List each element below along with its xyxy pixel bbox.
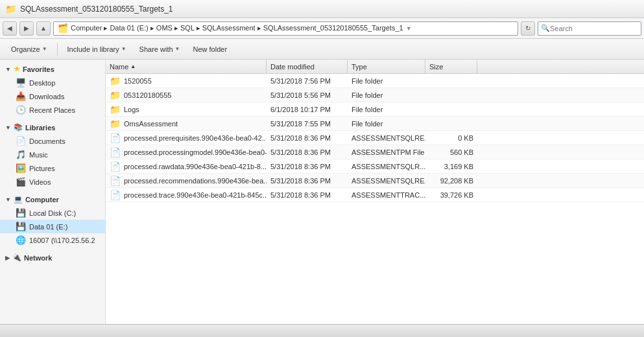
sidebar-libraries-header[interactable]: ▼ 📚 Libraries: [0, 121, 105, 134]
cell-date: 5/31/2018 7:56 PM: [267, 77, 348, 85]
document-icon: 📄: [110, 133, 121, 143]
back-button[interactable]: ◀: [3, 21, 17, 36]
address-bar: ◀ ▶ ▲ 🗂️ Computer ▸ Data 01 (E:) ▸ OMS ▸…: [0, 18, 644, 39]
cell-size: 3,169 KB: [425, 163, 477, 170]
cell-size: 560 KB: [425, 148, 477, 156]
cell-type: File folder: [348, 91, 425, 99]
sidebar-item-desktop[interactable]: 🖥️ Desktop: [0, 76, 105, 89]
col-header-type[interactable]: Type: [348, 60, 425, 73]
table-row[interactable]: 📄 processed.recommendations.990e436e-bea…: [106, 174, 644, 188]
file-list-header: Name ▲ Date modified Type Size: [106, 60, 644, 74]
sidebar-item-music[interactable]: 🎵 Music: [0, 148, 105, 161]
table-row[interactable]: 📁 053120180555 5/31/2018 5:56 PM File fo…: [106, 88, 644, 102]
cell-name: 📄 processed.processingmodel.990e436e-bea…: [106, 147, 267, 157]
cell-date: 5/31/2018 8:36 PM: [267, 134, 348, 142]
network-share-icon: 🌐: [16, 235, 26, 245]
main-layout: ▼ ★ Favorites 🖥️ Desktop 📥 Downloads 🕒 R…: [0, 60, 644, 324]
computer-icon: 💻: [14, 195, 23, 203]
sidebar-favorites-header[interactable]: ▼ ★ Favorites: [0, 62, 105, 76]
include-library-dropdown-arrow: ▼: [121, 46, 126, 52]
sidebar-item-pictures[interactable]: 🖼️ Pictures: [0, 161, 105, 175]
sidebar-computer-header[interactable]: ▼ 💻 Computer: [0, 192, 105, 206]
file-list-container: Name ▲ Date modified Type Size 📁 1520055…: [106, 60, 644, 324]
cell-name: 📁 OmsAssessment: [106, 119, 267, 129]
cell-name: 📄 processed.prerequisites.990e436e-bea0-…: [106, 133, 267, 143]
col-header-name[interactable]: Name ▲: [106, 60, 267, 73]
documents-icon: 📄: [16, 136, 26, 146]
cell-size: 92,208 KB: [425, 177, 477, 185]
folder-icon: 📁: [110, 76, 121, 86]
col-header-date[interactable]: Date modified: [267, 60, 348, 73]
cell-name: 📁 053120180555: [106, 90, 267, 100]
refresh-button[interactable]: ↻: [521, 21, 535, 36]
cell-name: 📄 processed.trace.990e436e-bea0-421b-845…: [106, 190, 267, 200]
desktop-icon: 🖥️: [16, 78, 26, 87]
file-rows: 📁 1520055 5/31/2018 7:56 PM File folder …: [106, 74, 644, 202]
name-sort-icon: ▲: [130, 64, 136, 69]
path-folder-icon: 🗂️: [58, 23, 68, 33]
search-box: 🔍: [538, 21, 641, 36]
new-folder-button[interactable]: New folder: [187, 41, 233, 57]
document-icon: 📄: [110, 161, 121, 172]
cell-type: ASSESSMENTSQLRE...: [348, 177, 425, 185]
table-row[interactable]: 📄 processed.processingmodel.990e436e-bea…: [106, 145, 644, 159]
title-bar: 📁 SQLAssessment_053120180555_Targets_1: [0, 0, 644, 18]
title-bar-icon: 📁: [5, 4, 16, 14]
table-row[interactable]: 📁 1520055 5/31/2018 7:56 PM File folder: [106, 74, 644, 88]
computer-arrow-icon: ▼: [5, 196, 11, 203]
share-with-dropdown-arrow: ▼: [175, 46, 180, 52]
cell-date: 5/31/2018 5:56 PM: [267, 91, 348, 99]
sidebar-item-recent-places[interactable]: 🕒 Recent Places: [0, 103, 105, 117]
sidebar-item-videos[interactable]: 🎬 Videos: [0, 175, 105, 189]
search-icon: 🔍: [541, 24, 550, 32]
table-row[interactable]: 📄 processed.rawdata.990e436e-bea0-421b-8…: [106, 159, 644, 174]
libraries-arrow-icon: ▼: [5, 124, 11, 131]
table-row[interactable]: 📄 processed.trace.990e436e-bea0-421b-845…: [106, 188, 644, 202]
cell-date: 5/31/2018 8:36 PM: [267, 148, 348, 156]
cell-name: 📁 Logs: [106, 104, 267, 115]
search-input[interactable]: [550, 25, 639, 32]
videos-icon: 🎬: [16, 177, 26, 187]
cell-type: File folder: [348, 120, 425, 128]
cell-type: File folder: [348, 77, 425, 85]
sidebar-item-documents[interactable]: 📄 Documents: [0, 134, 105, 148]
cell-date: 6/1/2018 10:17 PM: [267, 106, 348, 113]
sidebar-item-downloads[interactable]: 📥 Downloads: [0, 89, 105, 103]
pictures-icon: 🖼️: [16, 163, 26, 173]
cell-size: 0 KB: [425, 134, 477, 142]
toolbar-divider-1: [57, 43, 58, 56]
cell-name: 📁 1520055: [106, 76, 267, 86]
share-with-button[interactable]: Share with ▼: [134, 41, 186, 57]
sidebar: ▼ ★ Favorites 🖥️ Desktop 📥 Downloads 🕒 R…: [0, 60, 106, 324]
path-dropdown-arrow: ▼: [406, 25, 412, 32]
music-icon: 🎵: [16, 150, 26, 159]
col-header-size[interactable]: Size: [425, 60, 477, 73]
local-disk-c-icon: 💾: [16, 208, 26, 218]
sidebar-item-data01-e[interactable]: 💾 Data 01 (E:): [0, 220, 105, 233]
include-library-button[interactable]: Include in library ▼: [62, 41, 132, 57]
cell-type: ASSESSMENTSQLRE...: [348, 134, 425, 142]
document-icon: 📄: [110, 176, 121, 186]
cell-date: 5/31/2018 8:36 PM: [267, 163, 348, 170]
sidebar-network-header[interactable]: ▶ 🔌 Network: [0, 251, 105, 264]
cell-date: 5/31/2018 8:36 PM: [267, 177, 348, 185]
title-bar-text: SQLAssessment_053120180555_Targets_1: [20, 5, 173, 14]
toolbar: Organize ▼ Include in library ▼ Share wi…: [0, 39, 644, 60]
organize-button[interactable]: Organize ▼: [5, 41, 53, 57]
table-row[interactable]: 📁 OmsAssessment 5/31/2018 7:55 PM File f…: [106, 117, 644, 131]
cell-type: ASSESSMENTSQLR...: [348, 163, 425, 170]
cell-name: 📄 processed.rawdata.990e436e-bea0-421b-8…: [106, 161, 267, 172]
forward-button[interactable]: ▶: [19, 21, 34, 36]
organize-dropdown-arrow: ▼: [42, 46, 47, 52]
cell-date: 5/31/2018 7:55 PM: [267, 120, 348, 128]
cell-size: 39,726 KB: [425, 191, 477, 199]
folder-icon: 📁: [110, 119, 121, 129]
table-row[interactable]: 📄 processed.prerequisites.990e436e-bea0-…: [106, 131, 644, 145]
sidebar-item-local-disk-c[interactable]: 💾 Local Disk (C:): [0, 206, 105, 220]
table-row[interactable]: 📁 Logs 6/1/2018 10:17 PM File folder: [106, 102, 644, 117]
address-path[interactable]: 🗂️ Computer ▸ Data 01 (E:) ▸ OMS ▸ SQL ▸…: [53, 21, 518, 36]
address-path-text: Computer ▸ Data 01 (E:) ▸ OMS ▸ SQL ▸ SQ…: [71, 24, 403, 32]
favorites-arrow-icon: ▼: [5, 66, 11, 73]
up-button[interactable]: ▲: [36, 21, 51, 36]
sidebar-item-network-share[interactable]: 🌐 16007 (\\170.25.56.2: [0, 233, 105, 247]
